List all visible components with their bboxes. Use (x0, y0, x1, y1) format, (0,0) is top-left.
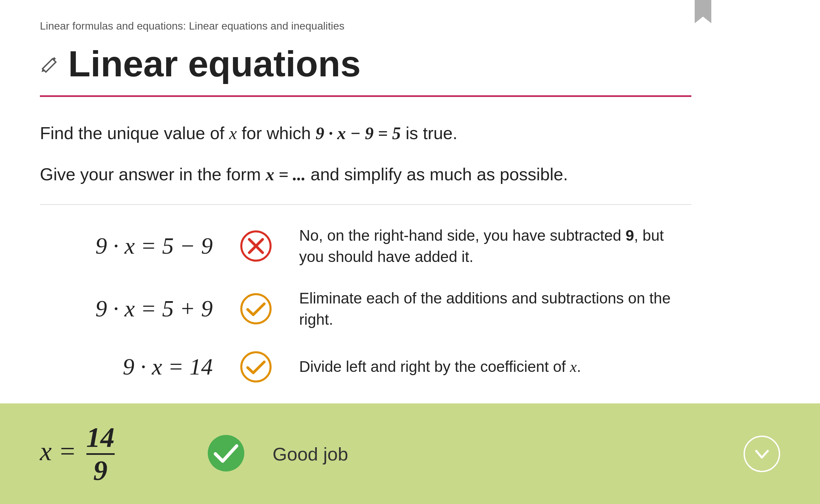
step-3-equation: 9 · x = 14 (40, 354, 213, 380)
answer-fraction-denominator: 9 (93, 455, 108, 485)
problem-section: Find the unique value of x for which 9 ·… (40, 120, 691, 188)
step-3-description: Divide left and right by the coefficient… (299, 356, 691, 378)
step-row: 9 · x = 5 − 9 No, on the right-hand side… (40, 225, 691, 268)
gray-divider (40, 204, 691, 205)
answer-equation: x = 14 9 (40, 423, 179, 485)
correct-outline-icon (239, 292, 273, 325)
step-row: 9 · x = 14 Divide left and right by the … (40, 350, 691, 383)
wrong-icon (239, 229, 273, 263)
step-1-equation: 9 · x = 5 − 9 (40, 233, 213, 259)
bookmark-icon[interactable] (695, 0, 711, 23)
svg-point-5 (241, 352, 271, 381)
correct-outline-icon-2 (239, 350, 273, 383)
breadcrumb: Linear formulas and equations: Linear eq… (40, 20, 691, 32)
svg-point-6 (208, 435, 244, 471)
step-2-equation: 9 · x = 5 + 9 (40, 295, 213, 322)
answer-correct-icon (206, 433, 246, 474)
step-2-description: Eliminate each of the additions and subt… (299, 288, 691, 330)
page-title: Linear equations (68, 45, 361, 82)
answer-section: x = 14 9 Good job (0, 403, 820, 504)
step-row: 9 · x = 5 + 9 Eliminate each of the addi… (40, 288, 691, 330)
next-button[interactable] (744, 436, 780, 472)
answer-fraction: 14 9 (86, 423, 115, 485)
step-1-description: No, on the right-hand side, you have sub… (299, 225, 691, 268)
problem-line1: Find the unique value of x for which 9 ·… (40, 120, 691, 146)
pink-divider (40, 95, 691, 97)
pencil-icon (40, 55, 58, 73)
steps-section: 9 · x = 5 − 9 No, on the right-hand side… (40, 225, 691, 403)
answer-text: Good job (273, 443, 348, 465)
svg-marker-0 (695, 0, 711, 23)
svg-point-4 (241, 294, 271, 323)
problem-line2: Give your answer in the form x = ... and… (40, 161, 691, 188)
answer-fraction-numerator: 14 (86, 423, 115, 455)
